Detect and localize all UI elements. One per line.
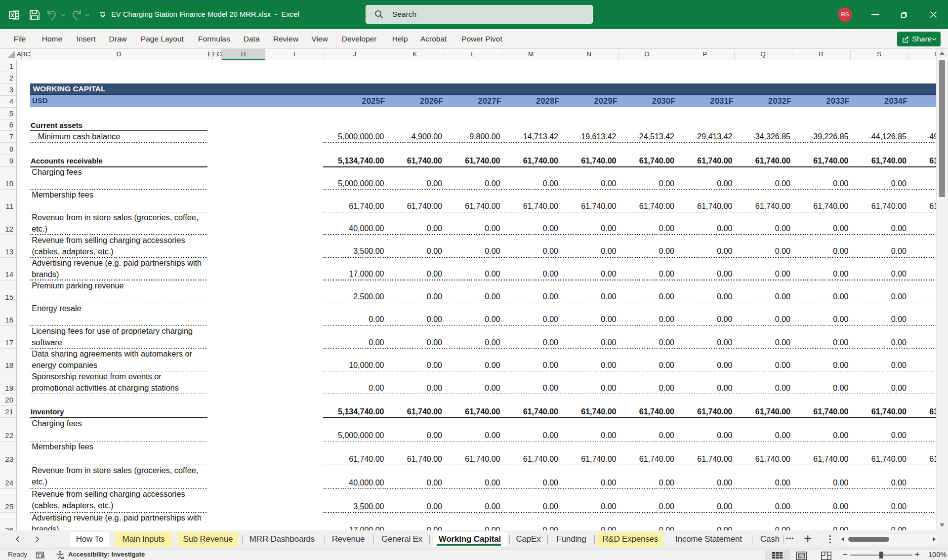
svg-text:X: X [11,12,15,18]
